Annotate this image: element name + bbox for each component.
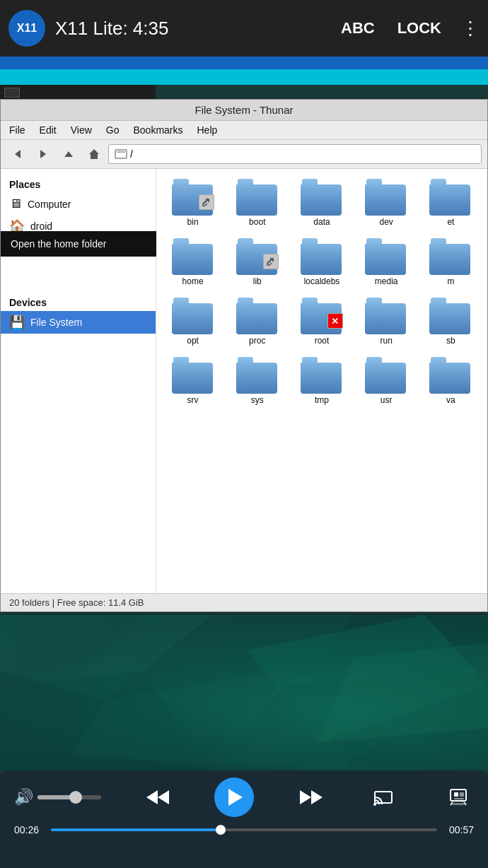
folder-body (172, 303, 213, 334)
file-item[interactable]: data (291, 175, 352, 231)
folder-icon-wrap (365, 238, 407, 275)
folder-icon-wrap (429, 179, 472, 216)
menu-file[interactable]: File (9, 124, 25, 136)
menu-go[interactable]: Go (106, 124, 120, 136)
folder-body (301, 363, 342, 394)
progress-fill (51, 828, 221, 831)
toolbar: / (1, 140, 487, 169)
file-item[interactable]: home (162, 234, 223, 291)
file-item[interactable]: sb (420, 293, 482, 350)
lock-button[interactable]: LOCK (397, 19, 441, 37)
cast-button[interactable] (368, 782, 399, 813)
fastforward-button[interactable] (298, 787, 324, 807)
volume-slider[interactable] (37, 795, 101, 799)
file-item[interactable]: proc (226, 293, 288, 350)
file-label: root (315, 336, 330, 346)
file-item[interactable]: bin (162, 175, 223, 231)
menu-view[interactable]: View (71, 124, 92, 136)
svg-marker-15 (228, 789, 243, 806)
file-item[interactable]: srv (162, 353, 223, 409)
folder-icon-wrap (236, 179, 279, 216)
progress-row: 00:26 00:57 (14, 824, 474, 835)
file-label: run (380, 336, 393, 346)
file-item[interactable]: boot (226, 175, 288, 231)
thunar-title: File System - Thunar (1, 100, 487, 121)
main-area: Places 🖥 Computer 🏠 droid Open the home … (1, 169, 487, 593)
menu-help[interactable]: Help (197, 124, 218, 136)
file-item[interactable]: localdebs (291, 234, 352, 291)
tooltip-text: Open the home folder (11, 238, 106, 250)
blue-bar-dark (0, 57, 488, 69)
svg-rect-22 (460, 792, 464, 797)
file-grid: binbootdatadevethomeliblocaldebsmediamop… (156, 169, 487, 593)
file-item[interactable]: m (420, 234, 482, 291)
file-item[interactable]: run (356, 293, 417, 350)
folder-body (236, 363, 277, 394)
folder-icon-wrap (172, 357, 214, 394)
file-item[interactable]: media (356, 234, 417, 291)
x11-logo[interactable]: X11 (8, 10, 45, 47)
svg-marker-0 (15, 150, 21, 158)
folder-body (236, 303, 277, 334)
file-item[interactable]: dev (356, 175, 417, 231)
folder-icon-wrap (365, 357, 407, 394)
menu-button[interactable]: ⋮ (461, 18, 480, 40)
folder-body (365, 303, 406, 334)
media-controls: 🔊 (14, 778, 474, 817)
file-item[interactable]: va (420, 353, 482, 409)
sidebar-item-computer[interactable]: 🖥 Computer (1, 193, 156, 215)
file-label: et (447, 217, 454, 227)
thunar-window: File System - Thunar File Edit View Go B… (0, 99, 488, 612)
svg-point-19 (373, 803, 376, 806)
link-overlay-icon (199, 194, 214, 210)
svg-rect-5 (117, 151, 125, 153)
file-item[interactable]: et (420, 175, 482, 231)
home-button[interactable] (83, 143, 105, 165)
svg-marker-16 (300, 790, 311, 804)
file-item[interactable]: lib (226, 234, 288, 291)
file-item[interactable]: ✕root (291, 293, 352, 350)
svg-marker-13 (146, 790, 158, 804)
abc-button[interactable]: ABC (341, 19, 375, 37)
back-button[interactable] (6, 143, 29, 165)
file-label: data (313, 217, 330, 227)
menu-bar: File Edit View Go Bookmarks Help (1, 121, 487, 140)
desktop-background (0, 615, 488, 770)
file-label: home (182, 276, 204, 286)
up-button[interactable] (57, 143, 80, 165)
forward-button[interactable] (32, 143, 54, 165)
file-label: sb (446, 336, 455, 346)
file-label: media (375, 276, 398, 286)
volume-icon: 🔊 (14, 788, 33, 807)
svg-marker-1 (40, 150, 46, 158)
volume-area: 🔊 (14, 788, 101, 807)
sidebar-item-filesystem[interactable]: 💾 File System (1, 311, 156, 334)
file-item[interactable]: tmp (291, 353, 352, 409)
desktop-svg (0, 615, 488, 770)
folder-body (301, 244, 342, 275)
folder-icon-wrap (429, 238, 472, 275)
progress-thumb (216, 825, 226, 835)
sidebar-item-computer-label: Computer (28, 199, 71, 210)
svg-marker-17 (311, 790, 323, 804)
menu-bookmarks[interactable]: Bookmarks (133, 124, 182, 136)
screen-button[interactable] (443, 782, 474, 813)
folder-icon-wrap (301, 179, 343, 216)
file-label: sys (251, 395, 264, 405)
folder-body (365, 184, 406, 216)
file-label: bin (187, 217, 199, 227)
file-label: va (446, 395, 455, 405)
top-bar: X11 X11 Lite: 4:35 ABC LOCK ⋮ (0, 0, 488, 57)
menu-edit[interactable]: Edit (40, 124, 57, 136)
folder-icon-wrap (365, 298, 407, 334)
folder-icon-wrap (301, 357, 343, 394)
file-item[interactable]: usr (356, 353, 417, 409)
rewind-button[interactable] (145, 787, 170, 807)
file-item[interactable]: sys (226, 353, 288, 409)
x-overlay-icon: ✕ (327, 313, 343, 329)
svg-marker-3 (89, 149, 99, 159)
folder-icon-wrap (172, 298, 214, 334)
file-item[interactable]: opt (162, 293, 223, 350)
play-button[interactable] (214, 778, 254, 817)
progress-bar[interactable] (51, 828, 437, 831)
